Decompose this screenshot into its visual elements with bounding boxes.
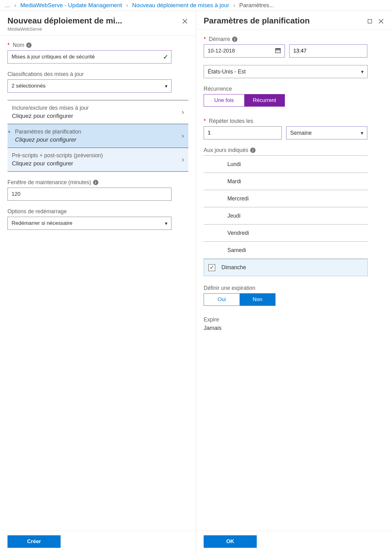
svg-rect-3: [276, 50, 277, 51]
start-label: *Démarre i: [204, 36, 385, 43]
blade-title: Paramètres de planification: [204, 16, 364, 26]
chevron-down-icon: ▾: [361, 69, 364, 75]
reboot-options-label: Options de redémarrage: [7, 208, 188, 215]
day-label: Dimanche: [221, 264, 246, 271]
checkbox[interactable]: ✓: [208, 264, 215, 271]
recurrence-recurrent-button[interactable]: Récurrent: [244, 94, 285, 107]
breadcrumb-new-deployment[interactable]: Nouveau déploiement de mises à jour: [132, 2, 229, 8]
chevron-down-icon: ▾: [165, 83, 167, 89]
recurrence-label: Récurrence: [204, 86, 385, 92]
chevron-right-icon: ›: [182, 108, 184, 116]
blade-new-deployment: Nouveau déploiement de mi... MediaWebSer…: [0, 11, 196, 555]
svg-rect-0: [368, 19, 372, 23]
day-row-mercredi[interactable]: Mercredi: [204, 190, 368, 207]
reboot-options-select[interactable]: Redémarrer si nécessaire ▾: [7, 217, 171, 230]
expire-label: Expire: [204, 316, 385, 323]
timezone-select[interactable]: États-Unis - Est ▾: [204, 65, 368, 78]
recurrence-once-button[interactable]: Une fois: [204, 94, 244, 107]
repeat-unit-select[interactable]: Semaine ▾: [286, 126, 367, 139]
day-row-dimanche[interactable]: ✓Dimanche: [204, 259, 368, 276]
start-time-input[interactable]: [289, 44, 367, 58]
day-label: Lundi: [227, 161, 241, 168]
day-label: Mercredi: [227, 195, 249, 202]
expiration-yes-button[interactable]: Oui: [204, 293, 240, 306]
chevron-down-icon: ▾: [165, 220, 167, 226]
breadcrumb-update-management[interactable]: MediaWebServe - Update Management: [20, 2, 122, 8]
name-label: *Nom i: [7, 42, 188, 48]
blade-title: Nouveau déploiement de mi...: [7, 16, 179, 26]
repeat-label: *Répéter toutes les: [204, 118, 385, 124]
info-icon[interactable]: i: [232, 37, 237, 42]
day-row-lundi[interactable]: Lundi: [204, 156, 368, 173]
maintenance-window-input[interactable]: [7, 188, 171, 201]
start-date-input[interactable]: 10-12-2018: [204, 44, 285, 58]
info-icon[interactable]: i: [93, 180, 98, 185]
chevron-right-icon: ›: [233, 2, 235, 8]
maintenance-window-label: Fenêtre de maintenance (minutes) i: [7, 179, 188, 186]
blade-subtitle: MediaWebServe: [7, 26, 179, 32]
chevron-right-icon: ›: [14, 2, 16, 8]
close-icon[interactable]: [378, 18, 385, 25]
expiration-label: Définir une expiration: [204, 285, 385, 291]
day-label: Mardi: [227, 178, 241, 185]
repeat-interval-input[interactable]: [204, 126, 282, 139]
classifications-label: Classifications des mises à jour: [7, 71, 188, 78]
days-list: LundiMardiMercrediJeudiVendrediSamedi✓Di…: [204, 155, 368, 276]
breadcrumb-ellipsis[interactable]: …: [4, 2, 10, 8]
svg-rect-4: [278, 50, 278, 51]
calendar-icon: [275, 48, 281, 55]
expiration-no-button[interactable]: Non: [240, 293, 276, 306]
ok-button[interactable]: OK: [204, 535, 257, 548]
day-row-mardi[interactable]: Mardi: [204, 173, 368, 190]
name-input[interactable]: [7, 50, 171, 63]
info-icon[interactable]: i: [250, 148, 256, 153]
close-icon[interactable]: [181, 18, 188, 25]
svg-rect-5: [279, 50, 280, 51]
expire-value: Jamais: [204, 325, 385, 331]
breadcrumb: … › MediaWebServe - Update Management › …: [0, 0, 392, 11]
breadcrumb-schedule-settings: Paramètres...: [239, 2, 274, 8]
days-label: Aux jours indiqués i: [204, 147, 385, 154]
svg-rect-2: [275, 48, 280, 49]
chevron-down-icon: ▾: [361, 130, 363, 136]
blade-header: Paramètres de planification: [196, 11, 392, 30]
day-row-jeudi[interactable]: Jeudi: [204, 207, 368, 225]
blade-header: Nouveau déploiement de mi... MediaWebSer…: [0, 11, 196, 36]
day-row-samedi[interactable]: Samedi: [204, 242, 368, 259]
maximize-icon[interactable]: [366, 18, 373, 25]
classifications-select[interactable]: 2 sélectionnés ▾: [7, 79, 171, 93]
day-label: Vendredi: [227, 230, 249, 236]
create-button[interactable]: Créer: [7, 535, 61, 548]
blade-schedule-settings: Paramètres de planification *Démarre i: [196, 11, 392, 555]
required-asterisk: *: [8, 130, 10, 136]
row-schedule-settings[interactable]: * Paramètres de planification Cliquez po…: [7, 124, 188, 148]
info-icon[interactable]: i: [26, 43, 32, 48]
day-label: Jeudi: [227, 213, 241, 219]
chevron-right-icon: ›: [182, 132, 184, 140]
day-label: Samedi: [227, 247, 246, 254]
day-row-vendredi[interactable]: Vendredi: [204, 225, 368, 242]
chevron-right-icon: ›: [182, 156, 184, 164]
row-include-exclude[interactable]: Inclure/exclure des mises à jour Cliquez…: [7, 100, 188, 124]
row-pre-post-scripts[interactable]: Pré-scripts + post-scripts (préversion) …: [7, 148, 188, 172]
checkmark-icon: ✓: [163, 53, 168, 61]
chevron-right-icon: ›: [126, 2, 128, 8]
